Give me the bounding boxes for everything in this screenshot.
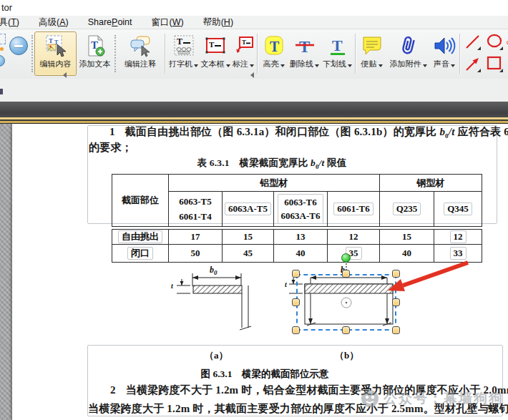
sticky-note-button[interactable]: 便贴 bbox=[358, 31, 386, 76]
underline-icon: T bbox=[326, 34, 349, 57]
figure-a-label: （a） bbox=[205, 349, 228, 362]
minus-circle-icon bbox=[14, 45, 23, 47]
toolbar-separator bbox=[165, 34, 166, 74]
textbox-icon: T bbox=[204, 34, 227, 57]
watermark-logo-icon bbox=[361, 389, 379, 408]
ellipse-tool-icon bbox=[486, 33, 504, 52]
edit-content-button[interactable]: T T 编辑内容 bbox=[34, 31, 77, 76]
sound-label: 声音 bbox=[434, 59, 449, 68]
svg-text:T: T bbox=[332, 36, 343, 54]
menu-tools[interactable]: 工具(T) bbox=[0, 16, 19, 29]
textbox-label: 文本框 bbox=[201, 59, 225, 68]
underline-button[interactable]: T 下划线 bbox=[321, 31, 353, 76]
workspace-top-band bbox=[0, 102, 508, 117]
typewriter-button[interactable]: T 打字机 bbox=[167, 31, 200, 76]
title-bar: tor bbox=[0, 0, 508, 16]
clipped-ui-fragment bbox=[0, 89, 3, 94]
svg-text:T: T bbox=[270, 39, 280, 54]
highlight-icon: T bbox=[263, 34, 285, 57]
figure-b-label: （b） bbox=[335, 349, 358, 362]
edit-content-icon: T T bbox=[44, 34, 67, 57]
svg-text:T: T bbox=[177, 36, 182, 47]
sticky-note-icon bbox=[361, 34, 384, 57]
dropdown-arrow-icon bbox=[226, 64, 230, 67]
clipped-circle-button bbox=[0, 55, 5, 67]
pdf-page: 1截面自由挑出部位（图 6.3.1a）和闭口部位（图 6.3.1b）的宽厚比 b… bbox=[12, 124, 508, 420]
rectangle-tool-button[interactable] bbox=[484, 54, 505, 75]
strikeout-label: 删除线 bbox=[290, 59, 313, 68]
arrow-tool-icon bbox=[464, 55, 482, 74]
attachment-icon bbox=[397, 34, 420, 57]
strikeout-button[interactable]: T 删除线 bbox=[288, 31, 321, 76]
dropdown-arrow-icon bbox=[315, 64, 319, 67]
dropdown-arrow-icon bbox=[280, 64, 285, 67]
typewriter-icon: T bbox=[172, 34, 195, 57]
secondary-toolbar-area bbox=[0, 79, 508, 102]
ellipse-tool-button[interactable] bbox=[484, 31, 505, 53]
document-workspace: 1截面自由挑出部位（图 6.3.1a）和闭口部位（图 6.3.1b）的宽厚比 b… bbox=[0, 124, 508, 420]
textbox-button[interactable]: T 文本框 bbox=[200, 31, 230, 76]
menu-sharepoint[interactable]: SharePoint bbox=[88, 17, 132, 27]
clipped-toolbar-icon bbox=[0, 34, 6, 44]
menu-window[interactable]: 窗口(W) bbox=[152, 16, 184, 29]
callout-label: 标注 bbox=[233, 59, 248, 68]
toolbar: T T 编辑内容 T 添加文本 bbox=[0, 29, 508, 79]
zoom-out-button[interactable] bbox=[9, 36, 28, 55]
add-text-label: 添加文本 bbox=[79, 59, 111, 69]
arrow-tool-button[interactable] bbox=[462, 54, 483, 75]
menu-bar: 工具(T) 高级(A) SharePoint 窗口(W) 帮助(H) bbox=[0, 16, 508, 29]
typewriter-label: 打字机 bbox=[169, 59, 192, 68]
toolbar-separator bbox=[459, 34, 461, 74]
add-text-icon: T bbox=[84, 34, 107, 57]
red-arrow-annotation[interactable] bbox=[388, 263, 468, 291]
dropdown-arrow-icon bbox=[451, 64, 455, 67]
toolbar-gripper[interactable] bbox=[31, 35, 33, 72]
callout-button[interactable]: T 标注 bbox=[231, 31, 255, 76]
add-text-button[interactable]: T 添加文本 bbox=[77, 31, 112, 76]
toolbar-collapse-arrow[interactable] bbox=[63, 72, 67, 78]
svg-text:T: T bbox=[299, 38, 310, 56]
menu-help[interactable]: 帮助(H) bbox=[203, 16, 233, 29]
dropdown-arrow-icon bbox=[194, 64, 198, 67]
watermark-text: 公众号：幕墙狗狗 bbox=[384, 389, 504, 408]
toolbar-gripper[interactable] bbox=[114, 35, 116, 72]
rectangle-tool-icon bbox=[486, 55, 504, 74]
dropdown-arrow-icon bbox=[423, 64, 427, 67]
dropdown-arrow-icon bbox=[348, 64, 352, 67]
line-tool-button[interactable] bbox=[462, 31, 483, 53]
figure-caption: 图 6.3.1 横梁的截面部位示意 bbox=[22, 368, 507, 381]
toolbar-separator bbox=[257, 34, 258, 74]
dropdown-arrow-icon bbox=[250, 64, 254, 67]
highlight-button[interactable]: T 高亮 bbox=[260, 31, 288, 76]
clipped-toolbar-dot bbox=[0, 47, 4, 51]
attachment-label: 添加附件 bbox=[390, 59, 421, 68]
svg-text:T: T bbox=[209, 40, 215, 49]
toolbar-separator bbox=[355, 34, 356, 74]
pdf-editor-window: tor 工具(T) 高级(A) SharePoint 窗口(W) 帮助(H) T… bbox=[0, 0, 508, 420]
edit-comment-button[interactable]: 编辑注释 bbox=[118, 31, 162, 76]
edit-comment-icon bbox=[129, 34, 152, 57]
dropdown-arrow-icon bbox=[378, 64, 383, 67]
svg-text:T: T bbox=[49, 37, 53, 44]
watermark: 公众号：幕墙狗狗 bbox=[361, 389, 504, 408]
highlight-label: 高亮 bbox=[263, 59, 279, 68]
window-title: tor bbox=[1, 2, 12, 13]
edit-comment-label: 编辑注释 bbox=[124, 59, 156, 69]
edit-content-label: 编辑内容 bbox=[40, 59, 72, 69]
svg-text:T: T bbox=[242, 39, 246, 46]
underline-label: 下划线 bbox=[323, 59, 346, 68]
attachment-button[interactable]: 添加附件 bbox=[386, 31, 430, 76]
sound-button[interactable]: 声音 bbox=[431, 31, 458, 76]
sticky-note-label: 便贴 bbox=[361, 59, 377, 68]
menu-advanced[interactable]: 高级(A) bbox=[39, 16, 69, 29]
callout-icon: T bbox=[232, 34, 255, 57]
line-tool-icon bbox=[464, 33, 482, 52]
strikeout-icon: T bbox=[293, 34, 316, 57]
sound-icon bbox=[433, 34, 456, 57]
